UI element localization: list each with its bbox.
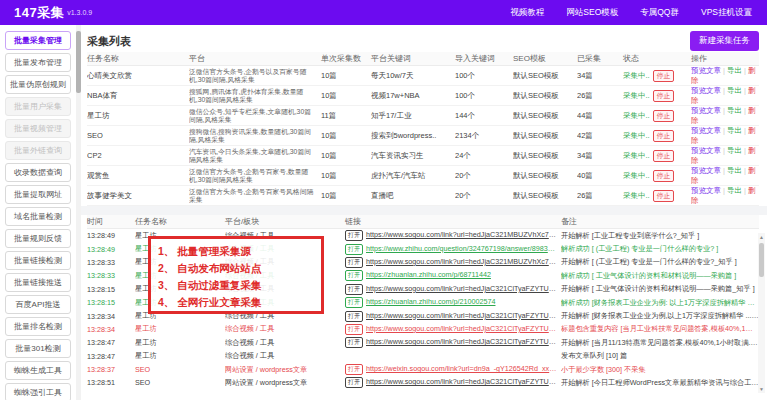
preview-article-link[interactable]: 预览文章 <box>691 166 721 175</box>
top-nav-link-4[interactable]: VPS挂机设置 <box>700 5 753 21</box>
action-separator: | <box>723 66 725 75</box>
scroll-down-icon[interactable]: ▼ <box>758 385 765 393</box>
open-link-badge[interactable]: 打开 <box>345 311 363 322</box>
action-separator: | <box>744 186 746 195</box>
log-link-cell: 打开https://zhuanlan.zhihu.com/p/68711442 <box>345 270 557 281</box>
platform-keyword-cell: 知乎17/工业 <box>371 111 451 121</box>
page-title: 采集列表 <box>87 34 131 49</box>
open-link-badge[interactable]: 打开 <box>345 324 363 335</box>
stop-button[interactable]: 停止 <box>653 70 675 82</box>
log-task-cell: 星工坊 <box>135 338 221 348</box>
sidebar-item[interactable]: 收录数据查询 <box>5 163 71 182</box>
sidebar-item[interactable]: 批量外链查询 <box>5 141 71 160</box>
sidebar-item[interactable]: 批量采集管理 <box>5 31 71 50</box>
top-nav-link-3[interactable]: 专属QQ群 <box>639 5 680 21</box>
stop-button[interactable]: 停止 <box>653 110 675 122</box>
task-name-cell: 星工坊 <box>87 111 185 121</box>
log-link-cell: 打开https://weixin.sogou.com/link?url=dn9a… <box>345 364 557 375</box>
per-collect-cell: 10篇 <box>321 191 367 201</box>
log-time-cell: 13:28:15 <box>87 285 131 294</box>
task-name-cell: CP2 <box>87 151 185 160</box>
sidebar-item[interactable]: 批量视频管理 <box>5 119 71 138</box>
stop-button[interactable]: 停止 <box>653 190 675 202</box>
sidebar-item[interactable]: 域名批量检测 <box>5 207 71 226</box>
sidebar-item[interactable]: 蜘蛛强引工具 <box>5 383 71 400</box>
preview-article-link[interactable]: 预览文章 <box>691 86 721 95</box>
top-nav-link-1[interactable]: 视频教程 <box>509 5 545 21</box>
export-link[interactable]: 导出 <box>727 126 742 135</box>
open-link-badge[interactable]: 打开 <box>345 244 363 255</box>
sidebar-item[interactable]: 批量排名检测 <box>5 317 71 336</box>
stop-button[interactable]: 停止 <box>653 150 675 162</box>
log-url-link[interactable]: https://www.sogou.com/link?url=hedJjaC32… <box>366 230 557 239</box>
preview-article-link[interactable]: 预览文章 <box>691 186 721 195</box>
log-note-cell: 小于最少字数 [300] 不采集 <box>561 365 759 375</box>
log-url-link[interactable]: https://www.sogou.com/link?url=hedJjaC32… <box>366 257 557 266</box>
app-version: v1.3.0.9 <box>67 9 92 16</box>
log-note-cell: 标题包含重复内容 [当月工业科技常见问题答案,模板40%,1小时即解,多数不再重… <box>561 324 759 334</box>
log-url-link[interactable]: https://www.sogou.com/link?url=hedJjaC32… <box>366 324 557 333</box>
seo-template-cell: 默认SEO模板 <box>513 131 573 141</box>
log-time-cell: 13:28:47 <box>87 338 131 347</box>
open-link-badge[interactable]: 打开 <box>345 284 363 295</box>
table-row: 心晴美文欣赏泛微信官方头条号,企鹅号以及百家号随机,30篇间隔,风格采集10篇每… <box>87 66 759 86</box>
stop-button[interactable]: 停止 <box>653 130 675 142</box>
seo-template-cell: 默认SEO模板 <box>513 111 573 121</box>
open-link-badge[interactable]: 打开 <box>345 377 363 388</box>
open-link-badge[interactable]: 打开 <box>345 297 363 308</box>
log-url-link[interactable]: https://www.sogou.com/link?url=hedJjaC32… <box>366 337 557 346</box>
open-link-badge[interactable]: 打开 <box>345 364 363 375</box>
open-link-badge[interactable]: 打开 <box>345 230 363 241</box>
new-task-button[interactable]: 新建采集任务 <box>690 31 759 51</box>
scroll-up-icon[interactable]: ▲ <box>758 233 765 241</box>
export-link[interactable]: 导出 <box>727 106 742 115</box>
collected-count-cell: 26篇 <box>577 191 619 201</box>
preview-article-link[interactable]: 预览文章 <box>691 146 721 155</box>
export-link[interactable]: 导出 <box>727 66 742 75</box>
top-nav-link-2[interactable]: 网站SEO模板 <box>565 5 619 21</box>
sidebar-item[interactable]: 批量301检测 <box>5 339 71 358</box>
export-link[interactable]: 导出 <box>727 186 742 195</box>
log-scrollbar[interactable]: ▲ ▼ <box>758 233 765 393</box>
export-link[interactable]: 导出 <box>727 146 742 155</box>
log-url-link[interactable]: https://weixin.sogou.com/link?url=dn9a_-… <box>366 364 557 373</box>
platform-keyword-cell: 汽车资讯实习生 <box>371 151 451 161</box>
sidebar-item[interactable]: 百度API推送 <box>5 295 71 314</box>
platform-cell: 泛微信官方头条号,企鹅号以及百家号随机,30篇间隔,风格采集 <box>189 68 317 84</box>
task-name-cell: NBA体育 <box>87 91 185 101</box>
stop-button[interactable]: 停止 <box>653 170 675 182</box>
export-link[interactable]: 导出 <box>727 166 742 175</box>
preview-article-link[interactable]: 预览文章 <box>691 66 721 75</box>
sidebar-item[interactable]: 批量提取网址 <box>5 185 71 204</box>
sidebar-item[interactable]: 蜘蛛生成工具 <box>5 361 71 380</box>
preview-article-link[interactable]: 预览文章 <box>691 126 721 135</box>
actions-cell: 预览文章|导出|删除 <box>691 166 759 186</box>
log-scrollbar-thumb[interactable] <box>759 243 764 277</box>
sidebar-item[interactable]: 批量用户采集 <box>5 97 71 116</box>
sidebar-item[interactable]: 批量链接检测 <box>5 251 71 270</box>
table-row: 故事健学美文泛微信官方头条号,企鹅号百家号风格间隔采集10篇直播吧20个默认SE… <box>87 186 759 206</box>
open-link-badge[interactable]: 打开 <box>345 270 363 281</box>
log-url-link[interactable]: https://www.sogou.com/link?url=hedJjaC32… <box>366 311 557 320</box>
log-url-link[interactable]: https://www.sogou.com/link?url=hedJjaC32… <box>366 284 557 293</box>
log-url-link[interactable]: https://www.zhihu.com/question/324767198… <box>366 244 557 253</box>
platform-keyword-cell: 虎扑汽车/汽车站 <box>371 171 451 181</box>
log-url-link[interactable]: https://zhuanlan.zhihu.com/p/210002574 <box>366 297 495 306</box>
sidebar-item[interactable]: 批量发布管理 <box>5 53 71 72</box>
export-link[interactable]: 导出 <box>727 86 742 95</box>
column-header: 已采集 <box>577 53 619 64</box>
sidebar-item[interactable]: 批量伪原创规则 <box>5 75 71 94</box>
action-separator: | <box>723 126 725 135</box>
status-cell: 采集中..停止 <box>623 190 687 202</box>
stop-button[interactable]: 停止 <box>653 90 675 102</box>
imported-keyword-cell: 144个 <box>455 111 509 121</box>
preview-article-link[interactable]: 预览文章 <box>691 106 721 115</box>
log-url-link[interactable]: https://www.sogou.com/link?url=hedJjaC32… <box>366 377 557 386</box>
open-link-badge[interactable]: 打开 <box>345 337 363 348</box>
action-separator: | <box>744 86 746 95</box>
sidebar-item[interactable]: 批量链接推送 <box>5 273 71 292</box>
top-nav: 视频教程网站SEO模板专属QQ群VPS挂机设置 <box>509 5 753 21</box>
log-url-link[interactable]: https://zhuanlan.zhihu.com/p/68711442 <box>366 270 491 279</box>
open-link-badge[interactable]: 打开 <box>345 257 363 268</box>
sidebar-item[interactable]: 批量规则反馈 <box>5 229 71 248</box>
